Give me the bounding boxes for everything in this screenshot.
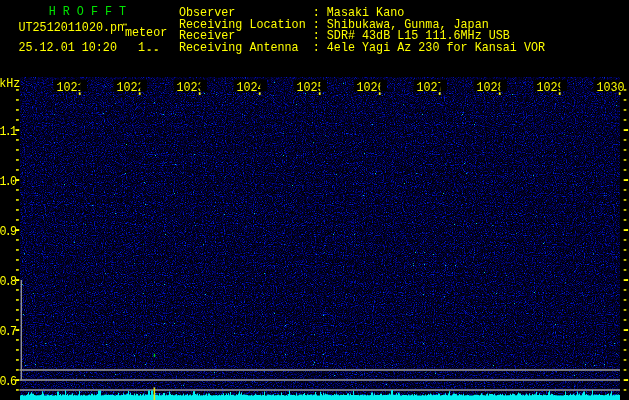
svg-text:0.7: 0.7 <box>0 325 17 340</box>
svg-text:meteor: meteor <box>125 26 167 41</box>
svg-text:0.9: 0.9 <box>0 225 17 240</box>
svg-text:kHz: kHz <box>0 76 20 91</box>
svg-text:Receiving Antenna : 4ele Yagi: Receiving Antenna : 4ele Yagi Az 230 for… <box>179 41 546 56</box>
svg-text:1.1: 1.1 <box>0 125 17 140</box>
svg-text:1.0: 1.0 <box>0 175 17 190</box>
svg-text:H R O F F T: H R O F F T <box>49 5 126 20</box>
svg-text:UT2512011020.pn: UT2512011020.pn <box>18 21 124 36</box>
svg-text:25.12.01 10:20 1: 25.12.01 10:20 1 <box>18 40 145 55</box>
svg-text:0.8: 0.8 <box>0 275 17 290</box>
svg-text:0.6: 0.6 <box>0 375 17 390</box>
